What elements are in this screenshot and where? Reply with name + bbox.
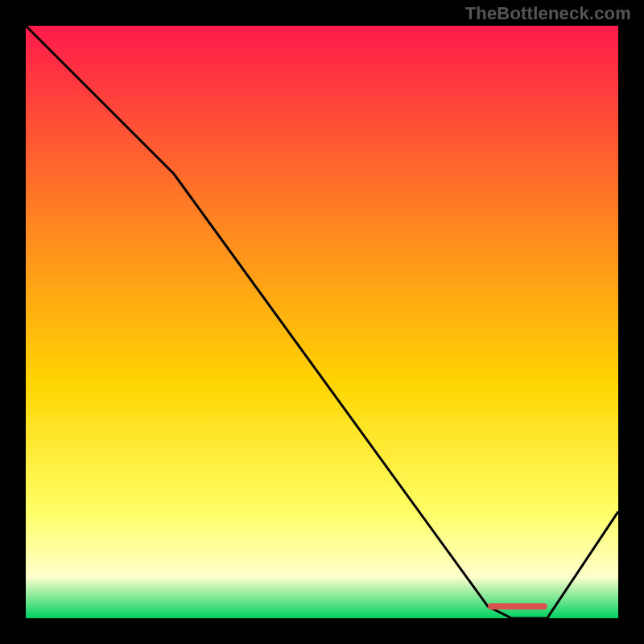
chart-container: TheBottleneck.com (0, 0, 644, 644)
watermark: TheBottleneck.com (465, 3, 631, 24)
bottleneck-chart (0, 0, 644, 644)
optimal-marker (488, 603, 547, 609)
